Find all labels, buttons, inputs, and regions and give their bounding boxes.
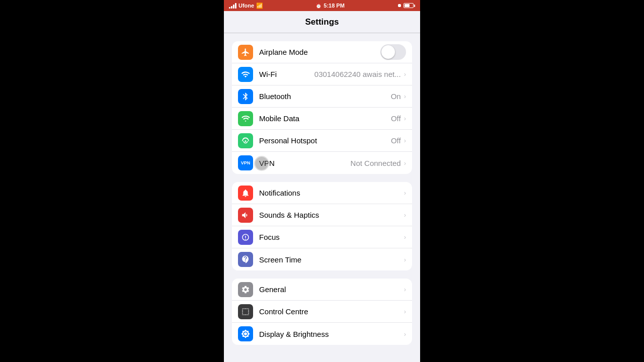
notifications-group: Notifications › Sounds & Haptics › (232, 182, 412, 270)
airplane-icon (241, 48, 250, 57)
vpn-label: VPN (259, 159, 351, 167)
hotspot-value: Off (391, 136, 401, 145)
general-chevron-icon: › (404, 286, 406, 293)
sounds-haptics-row[interactable]: Sounds & Haptics › (232, 204, 412, 226)
focus-icon (241, 233, 250, 242)
status-left: Ufone 📶 (229, 3, 263, 9)
screen-time-label: Screen Time (259, 255, 404, 264)
bluetooth-label: Bluetooth (259, 92, 391, 101)
mobile-data-value: Off (391, 114, 401, 123)
time-label: 5:18 PM (324, 3, 345, 9)
focus-icon-wrap (238, 230, 253, 245)
airplane-mode-label: Airplane Mode (259, 48, 380, 56)
screen-time-row[interactable]: Screen Time › (232, 248, 412, 270)
bluetooth-icon (241, 92, 250, 101)
sounds-haptics-chevron-icon: › (404, 211, 406, 219)
nav-bar: Settings (224, 11, 420, 33)
wifi-value: 03014062240 awais net... (314, 70, 401, 78)
control-centre-label: Control Centre (259, 307, 404, 316)
control-centre-icon-wrap (238, 304, 253, 319)
mobile-data-chevron-icon: › (404, 115, 406, 122)
general-icon-wrap (238, 282, 253, 297)
focus-row[interactable]: Focus › (232, 226, 412, 248)
hotspot-label: Personal Hotspot (259, 136, 391, 145)
status-center: ⏰ 5:18 PM (315, 3, 345, 9)
notifications-chevron-icon: › (404, 189, 406, 197)
control-centre-icon (241, 307, 250, 316)
airplane-mode-toggle-knob (381, 45, 395, 59)
signal-bars-icon (229, 3, 236, 9)
status-bar: Ufone 📶 ⏰ 5:18 PM ⏺ (224, 0, 420, 11)
airplane-mode-icon-wrap (238, 45, 253, 60)
wifi-icon (241, 70, 250, 79)
airplane-mode-toggle[interactable] (380, 44, 406, 60)
page-title: Settings (305, 17, 339, 27)
personal-hotspot-row[interactable]: Personal Hotspot Off › (232, 130, 412, 152)
notifications-icon-wrap (238, 186, 253, 201)
hotspot-icon (241, 136, 250, 145)
connectivity-group: Airplane Mode Wi-Fi 03014062240 awais ne… (232, 41, 412, 174)
vpn-icon-wrap: VPN (238, 155, 253, 170)
notifications-icon (241, 189, 250, 198)
record-icon: ⏺ (397, 3, 401, 8)
mobile-data-row[interactable]: Mobile Data Off › (232, 108, 412, 130)
status-right: ⏺ (397, 3, 415, 8)
vpn-value: Not Connected (351, 159, 401, 167)
mobile-data-label: Mobile Data (259, 114, 391, 123)
wifi-row[interactable]: Wi-Fi 03014062240 awais net... › (232, 63, 412, 85)
general-group: General › Control Centre › (232, 279, 412, 345)
focus-label: Focus (259, 233, 404, 241)
mobile-data-icon (241, 114, 250, 123)
display-icon (241, 329, 250, 338)
alarm-icon: ⏰ (315, 3, 321, 9)
airplane-mode-row[interactable]: Airplane Mode (232, 41, 412, 63)
bluetooth-chevron-icon: › (404, 93, 406, 100)
display-icon-wrap (238, 326, 253, 341)
screen-time-icon-wrap (238, 252, 253, 267)
sounds-icon (241, 211, 250, 220)
battery-icon (404, 3, 415, 8)
notifications-label: Notifications (259, 189, 404, 197)
carrier-label: Ufone (238, 3, 254, 9)
vpn-chevron-icon: › (404, 159, 406, 167)
general-label: General (259, 285, 404, 294)
control-centre-row[interactable]: Control Centre › (232, 301, 412, 323)
hotspot-icon-wrap (238, 133, 253, 148)
bluetooth-icon-wrap (238, 89, 253, 104)
bluetooth-row[interactable]: Bluetooth On › (232, 85, 412, 108)
wifi-icon: 📶 (256, 3, 263, 9)
general-icon (241, 285, 250, 294)
sounds-haptics-label: Sounds & Haptics (259, 211, 404, 219)
display-brightness-row[interactable]: Display & Brightness › (232, 323, 412, 345)
scroll-content: Airplane Mode Wi-Fi 03014062240 awais ne… (224, 33, 420, 362)
screen-time-chevron-icon: › (404, 256, 406, 263)
control-centre-chevron-icon: › (404, 308, 406, 315)
vpn-badge: VPN (239, 160, 253, 166)
screen-time-icon (241, 255, 250, 264)
sounds-icon-wrap (238, 208, 253, 223)
wifi-label: Wi-Fi (259, 70, 314, 78)
mobile-data-icon-wrap (238, 111, 253, 126)
display-brightness-label: Display & Brightness (259, 330, 404, 338)
hotspot-chevron-icon: › (404, 137, 406, 144)
bluetooth-value: On (391, 92, 401, 101)
wifi-chevron-icon: › (404, 70, 406, 78)
display-brightness-chevron-icon: › (404, 330, 406, 338)
vpn-row[interactable]: VPN VPN Not Connected › (232, 152, 412, 174)
focus-chevron-icon: › (404, 233, 406, 241)
wifi-icon-wrap (238, 67, 253, 82)
general-row[interactable]: General › (232, 279, 412, 301)
notifications-row[interactable]: Notifications › (232, 182, 412, 204)
phone-container: Ufone 📶 ⏰ 5:18 PM ⏺ Settings (224, 0, 420, 362)
